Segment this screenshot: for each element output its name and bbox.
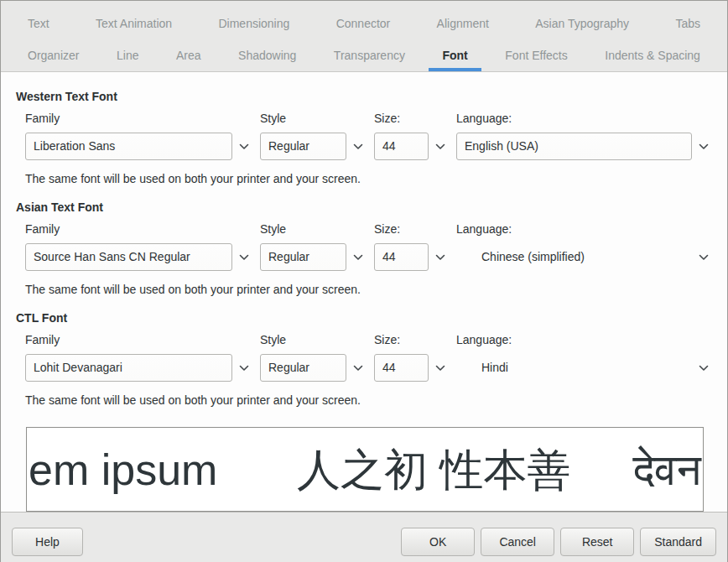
tab-asian-typography[interactable]: Asian Typography <box>533 8 631 39</box>
ok-button[interactable]: OK <box>401 528 475 556</box>
help-button[interactable]: Help <box>12 528 83 556</box>
family-label: Family <box>25 333 249 347</box>
style-label: Style <box>260 333 363 347</box>
tab-label: Organizer <box>28 49 79 62</box>
tab-label: Asian Typography <box>535 17 629 30</box>
tab-tabs[interactable]: Tabs <box>673 8 702 39</box>
ctl-size-combobox: 44 <box>374 354 445 382</box>
family-label: Family <box>25 112 249 126</box>
chevron-down-icon[interactable] <box>434 354 445 382</box>
cancel-button[interactable]: Cancel <box>481 528 554 556</box>
asian-section-title: Asian Text Font <box>16 200 727 215</box>
size-label: Size: <box>374 112 445 126</box>
tab-label: Tabs <box>675 17 700 30</box>
tab-alignment[interactable]: Alignment <box>435 8 491 39</box>
tab-label: Line <box>117 49 138 62</box>
chevron-down-icon[interactable] <box>238 354 249 382</box>
chevron-down-icon[interactable] <box>698 354 709 382</box>
asian-size-combobox: 44 <box>374 243 445 271</box>
chevron-down-icon[interactable] <box>238 133 249 160</box>
asian-family-combobox: Source Han Sans CN Regular <box>25 243 249 271</box>
tab-indents-spacing[interactable]: Indents & Spacing <box>603 39 702 71</box>
asian-style-input[interactable]: Regular <box>260 243 346 271</box>
ctl-style-input[interactable]: Regular <box>260 354 346 382</box>
western-fields: Family Liberation Sans Style Regular <box>1 104 727 160</box>
western-style-input[interactable]: Regular <box>260 133 346 160</box>
ctl-font-section: CTL Font Family Lohit Devanagari Style R… <box>1 311 727 408</box>
preview-latin-text: em ipsum <box>29 448 217 492</box>
tab-label: Text <box>28 17 49 30</box>
ctl-section-title: CTL Font <box>16 311 727 325</box>
font-preview: em ipsum 人之初 性本善 देवन <box>26 427 704 512</box>
western-style-combobox: Regular <box>260 133 363 160</box>
ctl-family-combobox: Lohit Devanagari <box>25 354 249 382</box>
dialog-button-group: OK Cancel Reset Standard <box>401 528 716 556</box>
chevron-down-icon[interactable] <box>698 133 709 160</box>
chevron-down-icon[interactable] <box>352 243 363 271</box>
ctl-style-field: Style Regular <box>260 333 363 382</box>
tab-font[interactable]: Font <box>440 39 469 71</box>
tab-connector[interactable]: Connector <box>335 8 393 39</box>
character-dialog: Text Text Animation Dimensioning Connect… <box>0 0 728 562</box>
tab-organizer[interactable]: Organizer <box>26 39 81 71</box>
tab-transparency[interactable]: Transparency <box>332 39 407 71</box>
ctl-font-note: The same font will be used on both your … <box>25 393 703 408</box>
western-language-input[interactable]: English (USA) <box>456 133 692 160</box>
language-label: Language: <box>456 333 709 347</box>
asian-style-combobox: Regular <box>260 243 363 271</box>
asian-family-input[interactable]: Source Han Sans CN Regular <box>25 243 232 271</box>
ctl-style-combobox: Regular <box>260 354 363 382</box>
ctl-language-field: Language: Hindi <box>456 333 709 382</box>
chevron-down-icon[interactable] <box>352 354 363 382</box>
tab-label: Indents & Spacing <box>605 49 700 62</box>
tab-text[interactable]: Text <box>26 8 51 39</box>
tab-area[interactable]: Area <box>174 39 203 71</box>
size-label: Size: <box>374 222 445 237</box>
reset-button[interactable]: Reset <box>560 528 634 556</box>
language-label: Language: <box>456 222 709 237</box>
tab-dimensioning[interactable]: Dimensioning <box>216 8 291 39</box>
ctl-language-dropdown: Hindi <box>456 354 709 382</box>
asian-size-field: Size: 44 <box>374 222 445 271</box>
ctl-language-value[interactable]: Hindi <box>456 354 692 382</box>
tab-label: Shadowing <box>238 49 296 62</box>
ctl-fields: Family Lohit Devanagari Style Regular <box>1 325 727 382</box>
tab-font-effects[interactable]: Font Effects <box>503 39 569 71</box>
western-language-combobox: English (USA) <box>456 133 709 160</box>
ctl-size-input[interactable]: 44 <box>374 354 429 382</box>
asian-style-field: Style Regular <box>260 222 363 271</box>
tab-label: Area <box>176 49 201 62</box>
western-section-title: Western Text Font <box>16 90 727 104</box>
ctl-size-field: Size: 44 <box>374 333 445 382</box>
western-family-input[interactable]: Liberation Sans <box>25 133 232 160</box>
chevron-down-icon[interactable] <box>698 243 709 271</box>
chevron-down-icon[interactable] <box>352 133 363 160</box>
tab-label: Alignment <box>437 17 489 30</box>
chevron-down-icon[interactable] <box>434 133 445 160</box>
chevron-down-icon[interactable] <box>238 243 249 271</box>
asian-language-field: Language: Chinese (simplified) <box>456 222 709 271</box>
tab-shadowing[interactable]: Shadowing <box>237 39 298 71</box>
tab-label: Font Effects <box>505 49 567 62</box>
tab-label: Font <box>442 49 467 62</box>
western-family-field: Family Liberation Sans <box>25 112 249 160</box>
asian-font-note: The same font will be used on both your … <box>25 283 703 297</box>
chevron-down-icon[interactable] <box>434 243 445 271</box>
western-size-input[interactable]: 44 <box>374 133 429 160</box>
style-label: Style <box>260 112 363 126</box>
asian-font-section: Asian Text Font Family Source Han Sans C… <box>1 200 727 297</box>
tab-label: Transparency <box>334 49 405 62</box>
western-font-section: Western Text Font Family Liberation Sans… <box>1 90 727 186</box>
language-label: Language: <box>456 112 709 126</box>
tab-row-2: Organizer Line Area Shadowing Transparen… <box>1 39 727 71</box>
tab-line[interactable]: Line <box>115 39 140 71</box>
tab-row-1: Text Text Animation Dimensioning Connect… <box>1 8 727 39</box>
ctl-family-input[interactable]: Lohit Devanagari <box>25 354 232 382</box>
tab-text-animation[interactable]: Text Animation <box>94 8 174 39</box>
asian-size-input[interactable]: 44 <box>374 243 429 271</box>
size-label: Size: <box>374 333 445 347</box>
western-family-combobox: Liberation Sans <box>25 133 249 160</box>
standard-button[interactable]: Standard <box>640 528 716 556</box>
asian-language-value[interactable]: Chinese (simplified) <box>456 243 692 271</box>
western-style-field: Style Regular <box>260 112 363 160</box>
